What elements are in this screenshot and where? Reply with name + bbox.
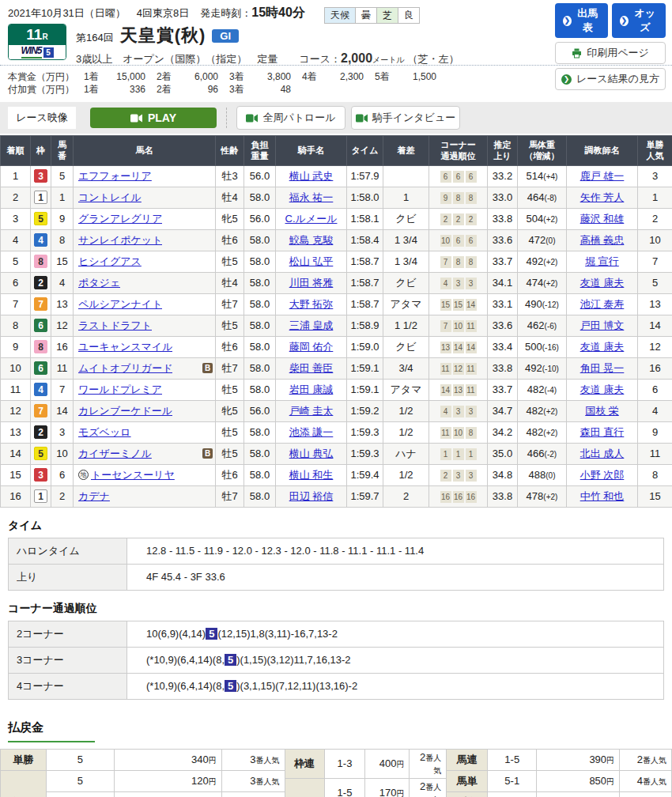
trainer-name-link[interactable]: 堀 宣行: [585, 255, 619, 267]
jockey-name-link[interactable]: 鮫島 克駿: [289, 234, 334, 246]
jockey-name-link[interactable]: 福永 祐一: [289, 191, 334, 203]
corner-position: 16: [466, 491, 477, 503]
corner-position: 1: [440, 448, 451, 460]
jockey-name-link[interactable]: 川田 将雅: [289, 277, 334, 289]
frame-number-badge: 4: [34, 383, 47, 396]
horse-name-link[interactable]: カイザーミノル: [78, 447, 152, 461]
jockey-name-link[interactable]: 池添 謙一: [289, 426, 334, 438]
payout-amount-cell: 120円: [114, 770, 221, 791]
jockey-name-link[interactable]: 藤岡 佑介: [289, 341, 334, 353]
trainer-name-link[interactable]: 中竹 和也: [580, 490, 625, 502]
video-strip: レース映像 PLAY 全周パトロール 騎手インタビュー: [0, 102, 672, 134]
corner-row-value: 10(6,9)(4,14)5(12,15)1,8(3,11)-16,7,13-2: [127, 621, 664, 647]
print-page-button[interactable]: 印刷用ページ: [555, 42, 666, 64]
carried-weight: 58.0: [244, 464, 276, 485]
trainer-name-link[interactable]: 戸田 博文: [580, 319, 625, 331]
finish-time: 1:59.7: [347, 485, 383, 507]
carried-weight: 58.0: [244, 272, 276, 293]
horse-name-link[interactable]: ムイトオブリガード: [78, 361, 172, 376]
jockey-interview-button[interactable]: 騎手インタビュー: [351, 106, 460, 130]
patrol-video-button[interactable]: 全周パトロール: [236, 106, 345, 130]
jockey-name-link[interactable]: 柴田 善臣: [289, 362, 334, 374]
horse-name-link[interactable]: ヒシイグアス: [78, 255, 142, 269]
horse-name-link[interactable]: エフフォーリア: [78, 169, 152, 183]
prize-main-amount: 3,800: [250, 70, 291, 83]
race-name: 天皇賞(秋): [120, 24, 206, 47]
horse-number: 16: [51, 336, 74, 357]
win-favorite-rank: 11: [638, 443, 672, 464]
frame-number-badge: 8: [34, 340, 47, 353]
trainer-name-link[interactable]: 国枝 栄: [585, 405, 619, 417]
corner-position: 3: [466, 406, 477, 417]
jockey-name-link[interactable]: 三浦 皇成: [289, 319, 334, 331]
horse-name-link[interactable]: ポタジェ: [78, 276, 120, 290]
horse-number: 8: [51, 229, 74, 251]
bet-type-label: 馬連: [447, 749, 488, 770]
trainer-name-link[interactable]: 友道 康夫: [580, 277, 625, 289]
trainer-name-link[interactable]: 角田 晃一: [580, 362, 625, 374]
prize-main-pair: 2着6,000: [157, 70, 229, 83]
jockey-name-link[interactable]: 横山 和生: [289, 469, 334, 481]
trainer-cell: 中竹 和也: [567, 485, 638, 507]
trainer-name-link[interactable]: 藤沢 和雄: [580, 213, 625, 225]
jockey-name-link[interactable]: 大野 拓弥: [289, 298, 334, 310]
jockey-name-link[interactable]: 岩田 康誠: [289, 383, 334, 395]
jockey-name-link[interactable]: 戸崎 圭太: [289, 405, 334, 417]
payout-combination: 1-3: [324, 749, 365, 778]
trainer-name-link[interactable]: 友道 康夫: [580, 341, 625, 353]
horse-name-cell: 地トーセンスーリヤ: [74, 464, 216, 485]
results-guide-button[interactable]: ❯ レース結果の見方: [555, 68, 666, 90]
bet-type-label: 馬単: [447, 770, 488, 791]
corner-position: 4: [440, 406, 451, 417]
corner-position: 6: [453, 171, 464, 183]
trainer-name-link[interactable]: 矢作 芳人: [580, 191, 625, 203]
carried-weight: 58.0: [244, 485, 276, 507]
jockey-name-link[interactable]: 松山 弘平: [289, 255, 334, 267]
results-column-header: 騎手名: [276, 136, 347, 166]
trainer-name-link[interactable]: 友道 康夫: [580, 383, 625, 395]
finish-position: 8: [1, 315, 31, 336]
entries-button[interactable]: ❯ 出馬表: [555, 3, 608, 38]
horse-name-link[interactable]: ラストドラフト: [78, 319, 152, 333]
trainer-name-link[interactable]: 高橋 義忠: [580, 234, 625, 246]
horse-name-link[interactable]: カレンブーケドール: [78, 404, 172, 418]
time-section-title: タイム: [8, 519, 664, 533]
jockey-name-link[interactable]: 田辺 裕信: [289, 490, 334, 502]
frame-cell: 3: [31, 165, 51, 187]
trainer-name-link[interactable]: 森田 直行: [580, 426, 625, 438]
jockey-name-link[interactable]: 横山 武史: [289, 170, 334, 182]
horse-name-link[interactable]: カデナ: [78, 489, 110, 504]
trainer-name-link[interactable]: 池江 泰寿: [580, 298, 625, 310]
horse-name-cell: ラストドラフト: [74, 315, 216, 336]
trainer-name-link[interactable]: 北出 成人: [580, 448, 625, 459]
video-camera-icon: [130, 114, 142, 123]
horse-name-link[interactable]: モズベッロ: [78, 425, 131, 440]
play-button[interactable]: PLAY: [90, 108, 217, 128]
horse-name-link[interactable]: ワールドプレミア: [78, 383, 162, 397]
last-3f-time: 34.1: [488, 272, 518, 293]
jockey-name-link[interactable]: C.ルメール: [285, 213, 338, 225]
horse-name-link[interactable]: サンレイポケット: [78, 233, 162, 247]
payout-row: 単勝5340円3番人気: [1, 749, 285, 770]
horse-name-link[interactable]: トーセンスーリヤ: [91, 468, 175, 482]
horse-name-link[interactable]: ペルシアンナイト: [78, 297, 162, 312]
corner-order-cell: 788: [429, 251, 488, 272]
jockey-cell: 戸崎 圭太: [276, 400, 347, 421]
horse-name-link[interactable]: コントレイル: [78, 191, 142, 205]
jockey-name-link[interactable]: 横山 典弘: [289, 448, 334, 459]
frame-number-badge: 2: [34, 276, 47, 289]
corner-position: 3: [453, 470, 464, 482]
prize-added-rank: 3着: [229, 83, 250, 96]
corner-position: 8: [466, 427, 477, 439]
win-favorite-rank: 4: [638, 400, 672, 421]
body-weight-cell: 474(+2): [518, 272, 567, 293]
trainer-name-link[interactable]: 鹿戸 雄一: [580, 170, 625, 182]
horse-name-link[interactable]: ユーキャンスマイル: [78, 340, 172, 354]
corner-order-post: (12,15)1,8(3,11)-16,7,13-2: [217, 628, 338, 640]
trainer-name-link[interactable]: 小野 次郎: [580, 469, 625, 481]
payout-popularity-cell: 2番人気: [410, 749, 447, 778]
payout-amount: 850: [589, 775, 606, 787]
odds-button[interactable]: ❯ オッズ: [612, 3, 666, 38]
horse-name-link[interactable]: グランアレグリア: [78, 212, 162, 226]
time-row: 上り4F 45.4 - 3F 33.6: [9, 564, 664, 590]
